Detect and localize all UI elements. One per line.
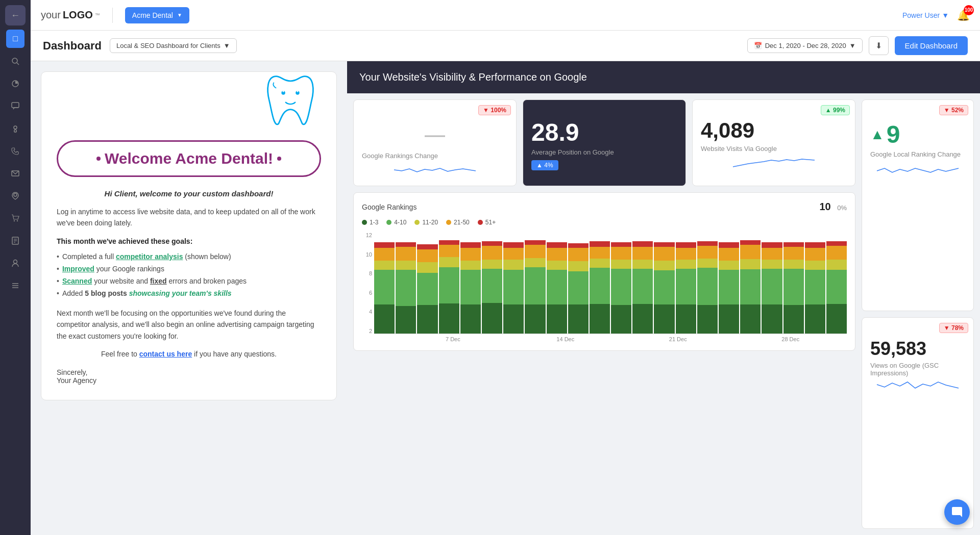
power-user-dropdown[interactable]: Power User ▼ (902, 11, 949, 19)
sidebar-item-mail[interactable] (6, 164, 24, 183)
svg-point-19 (283, 91, 284, 92)
bar-group (482, 241, 502, 334)
download-icon: ⬇ (875, 41, 882, 50)
legend-dot-1-3 (362, 220, 367, 225)
badge-dot-right (277, 157, 281, 161)
sidebar-item-location[interactable] (6, 187, 24, 205)
avg-position-sub-badge: ▲ 4% (531, 160, 558, 170)
content-area: Welcome Acme Dental! Hi Client, welcome … (31, 61, 980, 535)
sidebar-collapse-button[interactable]: ← (5, 5, 26, 26)
bar-group (676, 242, 696, 334)
legend-item-21-50: 21-50 (446, 219, 470, 226)
x-label-28dec: 28 Dec (734, 336, 847, 342)
rankings-change-badge: ▼ 100% (478, 105, 511, 115)
stat-card-local-ranking: ▼ 52% ▲ 9 Google Local Ranking Change (862, 99, 974, 311)
x-label-21dec: 21 Dec (622, 336, 734, 342)
right-side-cards: ▼ 52% ▲ 9 Google Local Ranking Change ▼ … (862, 99, 974, 529)
svg-point-0 (12, 58, 17, 63)
rankings-sparkline (362, 129, 508, 144)
goal-text-2: Improved your Google rankings (62, 265, 164, 273)
bar-group (740, 240, 761, 334)
bullet-icon: • (57, 265, 59, 273)
welcome-badge: Welcome Acme Dental! (57, 140, 321, 177)
contact-us-link[interactable]: contact us here (139, 350, 192, 358)
google-visibility-title: Your Website's Visibility & Performance … (359, 71, 587, 83)
sidebar-item-chart[interactable] (6, 74, 24, 93)
x-label-14dec: 14 Dec (509, 336, 622, 342)
power-user-arrow-icon: ▼ (942, 11, 949, 19)
sidebar-item-cart[interactable] (6, 209, 24, 227)
logo-your: your (41, 9, 61, 21)
sidebar-item-chat[interactable] (6, 97, 24, 115)
bar-group (762, 242, 782, 334)
notification-badge: 100 (964, 5, 974, 15)
sincerely-section: Sincerely, Your Agency (57, 368, 321, 385)
bar-group (783, 242, 804, 334)
legend-dot-11-20 (414, 220, 420, 225)
welcome-intro-text: Log in anytime to access live website da… (57, 206, 321, 229)
edit-dashboard-button[interactable]: Edit Dashboard (895, 36, 968, 55)
sidebar: ← □ (0, 0, 31, 535)
legend-dot-51plus (478, 220, 483, 225)
avg-position-number: 28.9 (531, 118, 677, 146)
local-ranking-number-container: ▲ 9 (870, 120, 965, 148)
dashboard-selector-dropdown[interactable]: Local & SEO Dashboard for Clients ▼ (110, 38, 237, 53)
legend-dot-4-10 (386, 220, 391, 225)
sidebar-item-phone[interactable] (6, 142, 24, 160)
svg-rect-3 (12, 103, 19, 108)
sidebar-item-list[interactable] (6, 276, 24, 295)
local-ranking-sparkline (870, 158, 965, 179)
legend-label-51plus: 51+ (485, 219, 496, 226)
y-label-8: 8 (369, 270, 372, 276)
google-visibility-header: Your Website's Visibility & Performance … (347, 61, 980, 93)
local-ranking-arrow-icon: ▲ (870, 126, 885, 143)
svg-point-6 (14, 193, 17, 196)
client-dropdown-button[interactable]: Acme Dental ▼ (125, 7, 189, 23)
nav-divider (112, 8, 113, 23)
agency-name: Your Agency (57, 376, 321, 385)
stat-card-website-visits: ▲ 99% 4,089 Website Visits Via Google (692, 99, 855, 186)
local-ranking-label: Google Local Ranking Change (870, 150, 965, 158)
stat-card-rankings-change: ▼ 100% Google Rankings Change (353, 99, 517, 186)
calendar-icon: 📅 (754, 42, 762, 49)
bars-area (374, 232, 847, 334)
website-visits-label: Website Visits Via Google (701, 145, 847, 152)
bar-group (525, 240, 545, 334)
chat-widget-button[interactable] (944, 499, 970, 525)
bar-group (503, 242, 524, 334)
notification-bell[interactable]: 🔔 100 (957, 9, 970, 21)
goals-heading: This month we've achieved these goals: (57, 237, 321, 245)
sidebar-item-dashboard[interactable]: □ (6, 30, 24, 48)
sidebar-item-pin[interactable] (6, 119, 24, 138)
badge-dot-left (96, 157, 101, 161)
power-user-label: Power User (902, 11, 940, 19)
download-button[interactable]: ⬇ (869, 36, 889, 55)
x-axis-labels: 7 Dec 14 Dec 21 Dec 28 Dec (374, 336, 847, 342)
legend-label-1-3: 1-3 (370, 219, 378, 226)
sidebar-item-report[interactable] (6, 232, 24, 250)
date-range-picker[interactable]: 📅 Dec 1, 2020 - Dec 28, 2020 ▼ (747, 38, 863, 53)
y-label-10: 10 (366, 251, 372, 258)
goal-text-3: Scanned your website and fixed errors an… (62, 277, 247, 285)
nav-right: Power User ▼ 🔔 100 (902, 9, 970, 21)
rankings-count: 10 (820, 201, 831, 212)
bar-group (697, 241, 718, 334)
bar-chart-container: 12 10 8 6 4 2 (362, 232, 847, 342)
y-label-2: 2 (369, 328, 372, 334)
bar-group (417, 244, 437, 334)
svg-point-8 (17, 220, 18, 221)
gsc-number: 59,583 (870, 338, 965, 360)
main-area: yourLOGO™ Acme Dental ▼ Power User ▼ 🔔 1… (31, 0, 980, 535)
top-stats-row: ▼ 100% Google Rankings Change (353, 99, 855, 186)
local-ranking-number: 9 (887, 120, 900, 148)
stat-card-gsc-impressions: ▼ 78% 59,583 Views on Google (GSC Impres… (862, 317, 974, 529)
sidebar-item-user[interactable] (6, 254, 24, 272)
rankings-pct: 0% (837, 204, 847, 212)
dropdown-arrow-icon: ▼ (177, 12, 182, 18)
goal-item-4: • Added 5 blog posts showcasing your tea… (57, 287, 321, 299)
gsc-badge: ▼ 78% (939, 323, 968, 333)
logo-tm: ™ (95, 12, 100, 18)
google-rankings-chart-card: Google Rankings 10 0% 1-3 (353, 192, 855, 351)
bar-group (547, 242, 567, 334)
sidebar-item-search[interactable] (6, 52, 24, 70)
